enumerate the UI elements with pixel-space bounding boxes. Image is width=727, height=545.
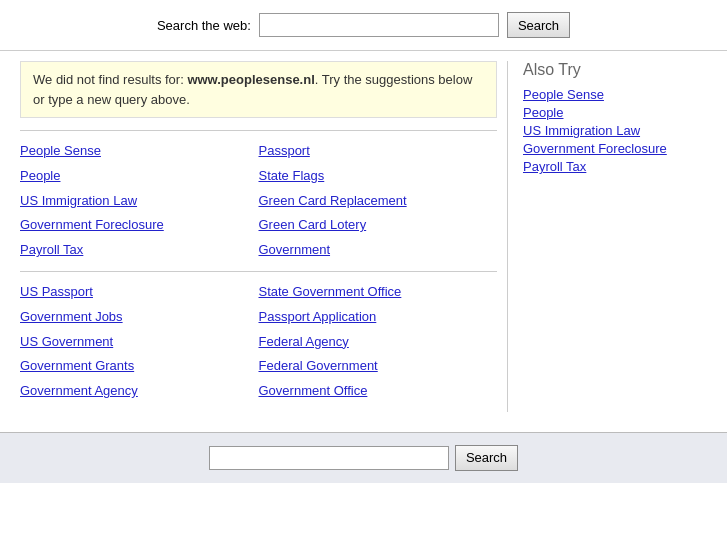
list-item[interactable]: People Sense	[20, 141, 259, 162]
also-try-title: Also Try	[523, 61, 707, 79]
link-column: US PassportGovernment JobsUS GovernmentG…	[20, 282, 259, 402]
list-item[interactable]: Federal Agency	[259, 332, 498, 353]
main-content: We did not find results for: www.peoples…	[0, 51, 727, 422]
list-item[interactable]: Government Grants	[20, 356, 259, 377]
search-label: Search the web:	[157, 18, 251, 33]
list-item[interactable]: Government Agency	[20, 381, 259, 402]
list-item[interactable]: Government Foreclosure	[20, 215, 259, 236]
top-search-bar: Search the web: Search	[0, 0, 727, 51]
top-search-button[interactable]: Search	[507, 12, 570, 38]
list-item[interactable]: State Flags	[259, 166, 498, 187]
link-column: State Government OfficePassport Applicat…	[259, 282, 498, 402]
also-try-link[interactable]: Payroll Tax	[523, 159, 707, 174]
link-section: People SensePeopleUS Immigration LawGove…	[20, 130, 497, 271]
list-item[interactable]: US Passport	[20, 282, 259, 303]
list-item[interactable]: People	[20, 166, 259, 187]
right-panel: Also Try People SensePeopleUS Immigratio…	[507, 61, 707, 412]
list-item[interactable]: Payroll Tax	[20, 240, 259, 261]
notice-domain: www.peoplesense.nl	[187, 72, 314, 87]
list-item[interactable]: Passport	[259, 141, 498, 162]
list-item[interactable]: US Government	[20, 332, 259, 353]
top-search-input[interactable]	[259, 13, 499, 37]
left-panel: We did not find results for: www.peoples…	[20, 61, 497, 412]
list-item[interactable]: Government	[259, 240, 498, 261]
also-try-links: People SensePeopleUS Immigration LawGove…	[523, 87, 707, 174]
list-item[interactable]: Green Card Replacement	[259, 191, 498, 212]
link-section: US PassportGovernment JobsUS GovernmentG…	[20, 271, 497, 412]
also-try-link[interactable]: Government Foreclosure	[523, 141, 707, 156]
notice-prefix: We did not find results for:	[33, 72, 187, 87]
list-item[interactable]: Government Office	[259, 381, 498, 402]
list-item[interactable]: Government Jobs	[20, 307, 259, 328]
list-item[interactable]: Green Card Lotery	[259, 215, 498, 236]
bottom-search-button[interactable]: Search	[455, 445, 518, 471]
also-try-link[interactable]: People Sense	[523, 87, 707, 102]
link-sections: People SensePeopleUS Immigration LawGove…	[20, 130, 497, 412]
also-try-link[interactable]: People	[523, 105, 707, 120]
list-item[interactable]: State Government Office	[259, 282, 498, 303]
bottom-search-input[interactable]	[209, 446, 449, 470]
list-item[interactable]: Passport Application	[259, 307, 498, 328]
bottom-search-bar: Search	[0, 432, 727, 483]
list-item[interactable]: US Immigration Law	[20, 191, 259, 212]
list-item[interactable]: Federal Government	[259, 356, 498, 377]
also-try-link[interactable]: US Immigration Law	[523, 123, 707, 138]
link-column: People SensePeopleUS Immigration LawGove…	[20, 141, 259, 261]
link-column: PassportState FlagsGreen Card Replacemen…	[259, 141, 498, 261]
notice-box: We did not find results for: www.peoples…	[20, 61, 497, 118]
